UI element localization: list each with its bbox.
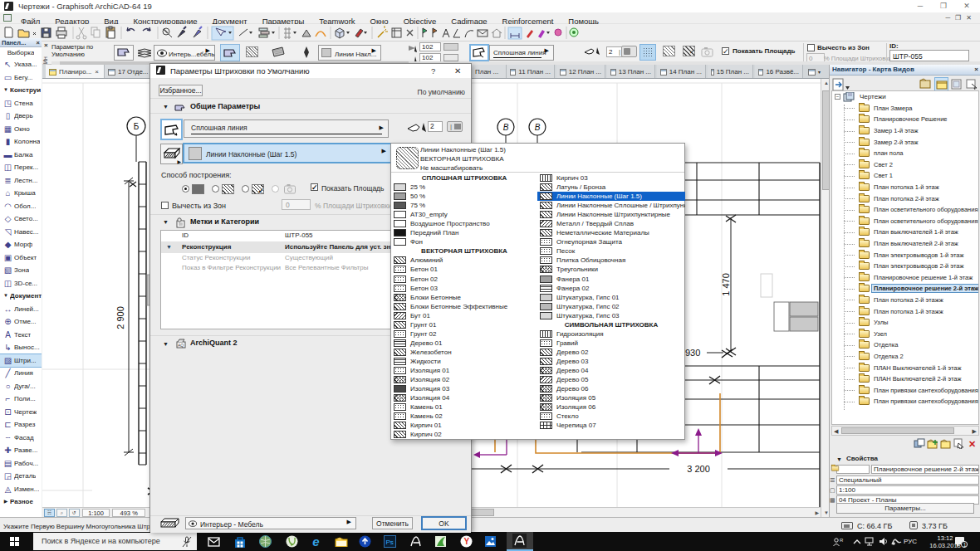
tab-planning[interactable]: Планиро...×: [46, 65, 105, 79]
infobox-tab-label[interactable]: Ин: [42, 51, 48, 64]
pen-fill-color[interactable]: [443, 54, 458, 61]
tree-item[interactable]: Отделка 2: [832, 351, 978, 363]
fill-item[interactable]: Дерево 04: [537, 366, 685, 375]
tab-15[interactable]: 15 План ...: [708, 65, 753, 79]
zoom-field[interactable]: 493 %: [112, 509, 145, 517]
fill-item[interactable]: Изоляция 02: [391, 375, 537, 384]
navigator-header[interactable]: Навигатор - Карта Видов×: [830, 65, 980, 76]
fill-item[interactable]: СИМВОЛЬНАЯ ШТРИХОВКА: [537, 320, 685, 329]
toolbox-item[interactable]: ▼ Документ: [0, 290, 42, 303]
toolbox-item[interactable]: ◳ Стена: [0, 97, 42, 110]
magic-wand-icon[interactable]: [378, 26, 388, 37]
tree-item[interactable]: Планировочное решение 2-й этаж: [832, 283, 978, 295]
linetype-dropdown[interactable]: Сплошная линия ▶: [184, 119, 389, 138]
new-document-icon[interactable]: [5, 27, 12, 37]
toolbox-item[interactable]: ⊡ Чертеж: [0, 406, 42, 419]
pen-color-button[interactable]: |: [447, 121, 463, 132]
tab-close-icon[interactable]: ×: [95, 68, 99, 76]
fill-settings-button[interactable]: [114, 45, 134, 61]
show-area-checkbox[interactable]: ✓: [722, 47, 729, 55]
tab-list-button[interactable]: ▾: [805, 65, 828, 79]
layers-dropdown[interactable]: [259, 28, 275, 37]
new-folder-icon[interactable]: [926, 438, 938, 450]
archicad-tray-icon[interactable]: [889, 534, 904, 549]
print-icon[interactable]: [56, 27, 66, 38]
zoom-options-button[interactable]: ⌕: [56, 509, 67, 517]
dialog-help-icon[interactable]: ?: [431, 66, 435, 76]
toolbox-item[interactable]: ↖ Указа...: [0, 58, 42, 71]
tree-item[interactable]: План потолка 2-й этажж: [832, 295, 978, 306]
toolbox-item[interactable]: ⊏ Разрез: [0, 418, 42, 432]
taskbar-search[interactable]: Поиск в Яндексе и на компьютере: [33, 533, 197, 550]
tree-item[interactable]: План выключателей 2-й этаж: [832, 238, 978, 250]
tree-item[interactable]: Узел: [832, 328, 978, 339]
tree-item[interactable]: План выключателей 1-й этаж: [832, 227, 978, 238]
fill-tool-big-button[interactable]: [160, 119, 183, 140]
pen-contour-field[interactable]: 102: [419, 42, 441, 51]
browser-globe-icon[interactable]: [258, 534, 272, 549]
scale-field[interactable]: 1:100: [836, 485, 979, 495]
fill-item[interactable]: Железобетон: [391, 348, 537, 357]
tree-item[interactable]: план пола: [832, 148, 978, 159]
fill-item[interactable]: Черепица 07: [537, 421, 685, 430]
gravity-icon[interactable]: [302, 30, 311, 37]
fill-item[interactable]: Грунт 02: [391, 329, 537, 339]
view-id-field[interactable]: [836, 465, 870, 474]
fill-item[interactable]: Дерево 05: [537, 375, 685, 384]
angle-icon[interactable]: [453, 29, 460, 37]
mail-app-icon[interactable]: [207, 534, 221, 549]
fill-rect-method-button[interactable]: [246, 46, 258, 57]
fill-item[interactable]: Кирпич 02: [391, 430, 537, 439]
fill-item[interactable]: Камень 01: [391, 402, 537, 412]
method-both-radio[interactable]: [242, 185, 249, 193]
open-view-icon[interactable]: [953, 438, 965, 450]
save-view-icon[interactable]: [939, 438, 952, 450]
pick-up-parameters-icon[interactable]: [178, 27, 186, 37]
fill-item[interactable]: Кирпич 03: [537, 173, 685, 183]
fill-item[interactable]: СПЛОШНАЯ ШТРИХОВКА: [391, 173, 537, 183]
toolbox-item[interactable]: ◫ 3D-се...: [0, 277, 42, 290]
favorites-button[interactable]: Избранное...: [159, 85, 203, 96]
tab-13[interactable]: 13 План ...: [607, 65, 655, 79]
store-app-icon[interactable]: [233, 534, 247, 549]
toolbox-header[interactable]: Панел...×: [0, 38, 42, 47]
toolbox-item[interactable]: ↔ Линей...: [0, 303, 42, 316]
yandex-app-icon[interactable]: Y: [459, 534, 473, 549]
dialog-close-icon[interactable]: ✕: [454, 66, 461, 76]
close-x-icon[interactable]: [407, 30, 413, 36]
fill-item[interactable]: 25 %: [391, 183, 537, 192]
cancel-button[interactable]: Отменить: [372, 517, 413, 529]
fill-item[interactable]: AT30_empty: [391, 210, 537, 219]
bookmark1-icon[interactable]: [423, 28, 427, 37]
fill-display-both-button[interactable]: ✓: [683, 46, 695, 56]
dimension-icon[interactable]: [508, 27, 522, 39]
redo-icon[interactable]: [143, 27, 150, 31]
toolbox-item[interactable]: ○ Дуга/...: [0, 380, 42, 393]
fill-item[interactable]: Песок: [537, 246, 685, 256]
tree-item[interactable]: Свет 1: [832, 170, 978, 182]
fill-item[interactable]: Латунь / Бронза: [537, 183, 685, 192]
tree-item[interactable]: Узлы: [832, 317, 978, 329]
tags-section-header[interactable]: Метки и Категории: [190, 217, 259, 226]
fill-item[interactable]: 75 %: [391, 201, 537, 210]
tree-item[interactable]: План электровыводов 1-й этаж: [832, 249, 978, 261]
toolbox-item[interactable]: ▧ Зона: [0, 264, 42, 277]
toolbox-item[interactable]: ⌐ Поли...: [0, 393, 42, 406]
undo-icon[interactable]: [127, 27, 135, 31]
tracker-button[interactable]: ☵: [44, 509, 55, 517]
red-pen-icon[interactable]: [527, 30, 533, 38]
toolbox-item[interactable]: ◫ Перек...: [0, 161, 42, 174]
tree-item[interactable]: Планировочное решение 1-й этаж: [832, 272, 978, 284]
project-chooser-icon[interactable]: [832, 78, 850, 91]
tab-11[interactable]: 11 План ...: [507, 65, 555, 79]
paste-icon[interactable]: [106, 27, 115, 38]
tree-root[interactable]: − Чертежи: [832, 91, 978, 103]
toolbox-item[interactable]: ◇ Свето...: [0, 212, 42, 226]
green-app-icon[interactable]: [434, 534, 448, 549]
id-field[interactable]: ШТР-055: [889, 50, 969, 61]
fill-item[interactable]: Дерево 01: [391, 339, 537, 348]
fill-item[interactable]: Алюминий: [391, 256, 537, 265]
tab-plan[interactable]: План ...: [472, 65, 507, 79]
scale-field[interactable]: 1:100: [82, 509, 110, 517]
notifications-icon[interactable]: 1: [953, 534, 968, 549]
